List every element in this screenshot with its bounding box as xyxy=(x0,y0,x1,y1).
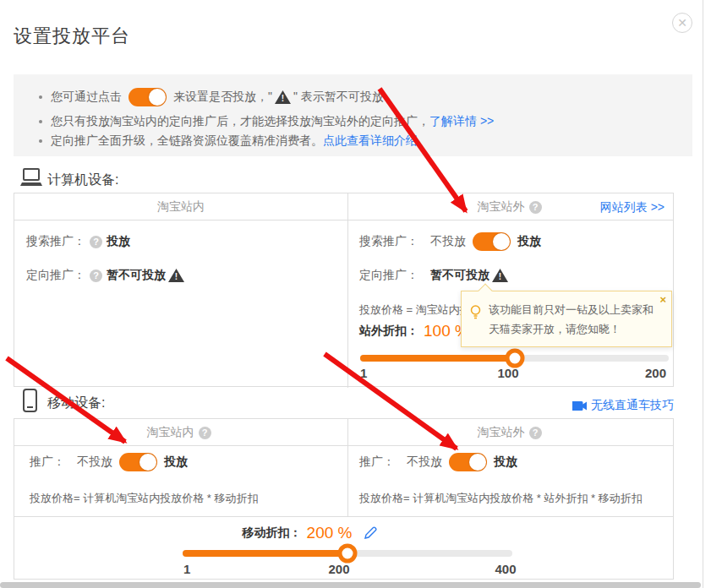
mobile-discount-value: 200 % xyxy=(307,524,353,542)
header-taobao-offsite: 淘宝站外 xyxy=(348,419,675,446)
offsite-discount-row: 站外折扣： 100 % xyxy=(359,318,469,344)
mobile-table: 淘宝站内 淘宝站外 推广： 不投放 投放 投放价格= 计算机淘宝站内投放价格 *… xyxy=(14,418,674,580)
slider-fill xyxy=(360,355,515,362)
notice-text: 您只有投放淘宝站内的定向推广后，才能选择投放淘宝站外的定向推广， xyxy=(51,114,429,129)
site-list-link[interactable]: 网站列表 >> xyxy=(600,200,665,215)
notice-text: " 表示暂不可投放 xyxy=(293,90,384,105)
mobile-section-label: 移动设备: xyxy=(47,395,105,412)
slider-min-label: 1 xyxy=(183,562,190,576)
tooltip-text: 该功能目前只对一钻及以上卖家和天猫卖家开放，请您知晓！ xyxy=(489,300,658,339)
notice-text: 您可通过点击 xyxy=(51,90,122,105)
notice-line-upgrade: 定向推广全面升级，全链路资源位覆盖精准消费者。 点此查看详细介绍 xyxy=(39,133,418,150)
notice-text: 来设置是否投放，" xyxy=(173,90,272,105)
horizontal-scrollbar[interactable] xyxy=(0,582,701,588)
phone-icon xyxy=(23,389,37,415)
offsite-target-status: 暂不可投放 xyxy=(430,268,489,283)
mobile-offsite-price-formula: 投放价格= 计算机淘宝站内投放价格 * 站外折扣 * 移动折扣 xyxy=(359,490,643,507)
mobile-offsite-promo-row: 推广： 不投放 投放 xyxy=(359,451,517,473)
computer-section-label: 计算机设备: xyxy=(47,172,118,189)
close-icon: ✕ xyxy=(677,16,687,30)
notice-panel: 您可通过点击 来设置是否投放，" " 表示暂不可投放 您只有投放淘宝站内的定向推… xyxy=(14,74,692,156)
warning-icon xyxy=(275,90,291,104)
mobile-discount-row: 移动折扣： 200 % xyxy=(0,521,639,545)
toggle-off-label: 不投放 xyxy=(430,234,466,249)
toggle-on-label: 投放 xyxy=(494,455,517,470)
detail-intro-link[interactable]: 点此查看详细介绍 xyxy=(323,133,418,149)
slider-handle[interactable] xyxy=(338,544,358,564)
offsite-search-toggle[interactable] xyxy=(473,232,511,251)
slider-max-label: 400 xyxy=(487,562,524,576)
warning-icon xyxy=(168,269,184,282)
offsite-search-row: 搜索推广： 不投放 投放 xyxy=(359,231,541,252)
toggle-off-label: 不投放 xyxy=(77,455,112,470)
question-icon[interactable] xyxy=(199,427,211,439)
offsite-discount-slider[interactable] xyxy=(360,355,669,362)
notice-line-targeting: 您只有投放淘宝站内的定向推广后，才能选择投放淘宝站外的定向推广， 了解详情 >> xyxy=(39,113,494,130)
bullet-icon xyxy=(39,95,42,99)
mobile-onsite-price-formula: 投放价格= 计算机淘宝站内投放价格 * 移动折扣 xyxy=(30,490,259,507)
laptop-icon xyxy=(20,168,42,189)
page-title: 设置投放平台 xyxy=(14,24,130,49)
computer-table-header: 淘宝站内 淘宝站外 网站列表 >> xyxy=(14,193,673,220)
slider-min-label: 1 xyxy=(360,366,367,380)
slider-current-label: 200 xyxy=(314,562,364,576)
lightbulb-icon xyxy=(470,305,481,322)
notice-line-toggle: 您可通过点击 来设置是否投放，" " 表示暂不可投放 xyxy=(39,84,384,110)
computer-table: 淘宝站内 淘宝站外 网站列表 >> 搜索推广： 投放 定向推广： 暂不可投放 搜… xyxy=(14,193,674,387)
notice-text: 定向推广全面升级，全链路资源位覆盖精准消费者。 xyxy=(51,133,323,149)
offsite-target-row: 定向推广： 暂不可投放 xyxy=(359,265,511,286)
close-button[interactable]: ✕ xyxy=(672,13,692,33)
question-icon[interactable] xyxy=(90,236,102,248)
slider-fill xyxy=(183,550,347,557)
onsite-target-status: 暂不可投放 xyxy=(107,268,166,283)
toggle-on-label: 投放 xyxy=(517,234,541,249)
vertical-scrollbar-track[interactable] xyxy=(703,0,703,588)
header-taobao-onsite: 淘宝站内 xyxy=(14,193,347,220)
mobile-onsite-toggle[interactable] xyxy=(119,453,157,471)
onsite-search-status: 投放 xyxy=(107,234,130,249)
slider-current-label: 100 xyxy=(483,366,533,380)
mobile-onsite-promo-row: 推广： 不投放 投放 xyxy=(30,451,188,473)
bullet-icon xyxy=(39,120,42,123)
seller-level-tooltip: 该功能目前只对一钻及以上卖家和天猫卖家开放，请您知晓！ × xyxy=(461,291,672,347)
header-taobao-onsite: 淘宝站内 xyxy=(14,419,347,446)
toggle-knob xyxy=(139,454,156,471)
mobile-table-header: 淘宝站内 淘宝站外 xyxy=(14,419,673,446)
toggle-knob xyxy=(469,454,486,471)
toggle-knob xyxy=(149,89,166,106)
video-camera-icon xyxy=(572,400,587,411)
warning-icon xyxy=(492,269,508,282)
mobile-offsite-toggle[interactable] xyxy=(449,453,487,471)
row-divider xyxy=(14,516,673,517)
bullet-icon xyxy=(39,139,42,143)
toggle-example xyxy=(129,88,167,106)
onsite-search-row: 搜索推广： 投放 xyxy=(26,231,130,252)
wireless-tips[interactable]: 无线直通车技巧 xyxy=(572,398,674,413)
question-icon[interactable] xyxy=(529,201,542,214)
onsite-target-row: 定向推广： 暂不可投放 xyxy=(26,265,187,286)
column-divider xyxy=(347,419,348,516)
learn-more-link[interactable]: 了解详情 >> xyxy=(429,114,494,129)
wireless-tips-link[interactable]: 无线直通车技巧 xyxy=(591,398,674,413)
mobile-discount-slider[interactable] xyxy=(183,550,512,557)
toggle-knob xyxy=(493,233,510,250)
question-icon[interactable] xyxy=(529,427,542,439)
question-icon[interactable] xyxy=(90,270,102,282)
toggle-off-label: 不投放 xyxy=(407,455,442,470)
tooltip-close-icon[interactable]: × xyxy=(659,293,666,306)
toggle-on-label: 投放 xyxy=(164,455,188,470)
edit-pencil-icon[interactable] xyxy=(364,526,377,540)
column-divider xyxy=(347,193,348,388)
slider-max-label: 200 xyxy=(645,366,666,380)
